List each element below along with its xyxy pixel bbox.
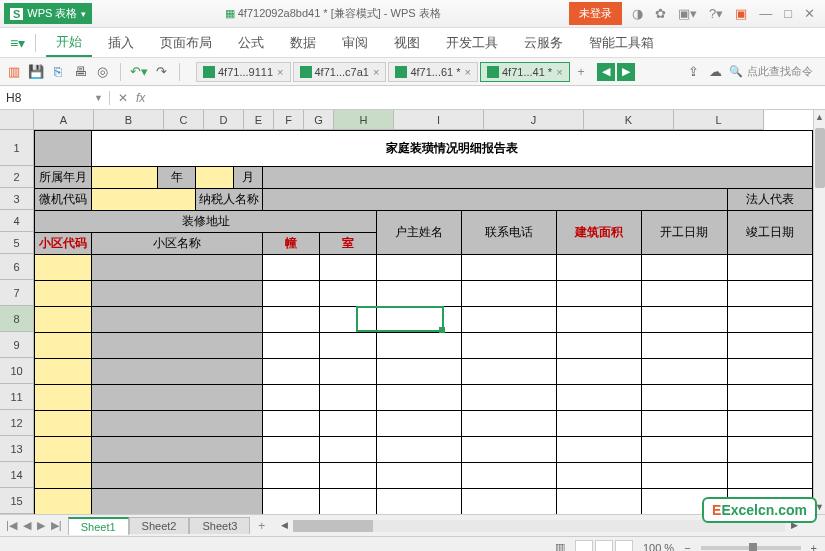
chevron-down-icon[interactable]: ▾ bbox=[81, 9, 86, 19]
tab-next-button[interactable]: ▶ bbox=[617, 63, 635, 81]
sheet-tab-2[interactable]: Sheet2 bbox=[129, 517, 190, 534]
row-header-15[interactable]: 15 bbox=[0, 488, 34, 514]
new-icon[interactable]: ▥ bbox=[6, 64, 22, 80]
tab-review[interactable]: 审阅 bbox=[332, 30, 378, 56]
cloud-icon[interactable]: ☁ bbox=[707, 64, 723, 80]
file-icon bbox=[203, 66, 215, 78]
tab-smart[interactable]: 智能工具箱 bbox=[579, 30, 664, 56]
file-tab-2[interactable]: 4f71...61 *× bbox=[388, 62, 478, 82]
vertical-scrollbar[interactable]: ▲ ▼ bbox=[813, 110, 825, 514]
zoom-slider[interactable] bbox=[701, 546, 801, 550]
close-icon[interactable]: × bbox=[373, 66, 379, 78]
row-header-5[interactable]: 5 bbox=[0, 232, 34, 254]
tab-insert[interactable]: 插入 bbox=[98, 30, 144, 56]
col-header-F[interactable]: F bbox=[274, 110, 304, 130]
select-all-corner[interactable] bbox=[0, 110, 34, 130]
sync-icon[interactable]: ◑ bbox=[632, 6, 643, 21]
menu-dropdown-icon[interactable]: ≡▾ bbox=[10, 35, 25, 51]
add-tab-button[interactable]: + bbox=[572, 65, 591, 79]
scroll-up-icon[interactable]: ▲ bbox=[814, 110, 825, 124]
undo-icon[interactable]: ↶▾ bbox=[131, 64, 147, 80]
col-header-E[interactable]: E bbox=[244, 110, 274, 130]
window-title: ▦ 4f712092a8bd41 * [兼容模式] - WPS 表格 bbox=[96, 6, 568, 21]
col-header-C[interactable]: C bbox=[164, 110, 204, 130]
row-header-7[interactable]: 7 bbox=[0, 280, 34, 306]
cells-area[interactable]: 家庭装璜情况明细报告表所属年月年月微机代码纳税人名称法人代表装修地址户主姓名联系… bbox=[34, 130, 813, 514]
add-sheet-button[interactable]: + bbox=[250, 517, 273, 535]
row-header-1[interactable]: 1 bbox=[0, 130, 34, 166]
last-sheet-button[interactable]: ▶| bbox=[49, 519, 64, 532]
row-header-14[interactable]: 14 bbox=[0, 462, 34, 488]
name-box[interactable]: H8▼ bbox=[0, 91, 110, 105]
first-sheet-button[interactable]: |◀ bbox=[4, 519, 19, 532]
share-icon[interactable]: ⇪ bbox=[685, 64, 701, 80]
tab-prev-button[interactable]: ◀ bbox=[597, 63, 615, 81]
tab-data[interactable]: 数据 bbox=[280, 30, 326, 56]
row-header-2[interactable]: 2 bbox=[0, 166, 34, 188]
prev-sheet-button[interactable]: ◀ bbox=[21, 519, 33, 532]
row-header-8[interactable]: 8 bbox=[0, 306, 34, 332]
col-header-I[interactable]: I bbox=[394, 110, 484, 130]
zoom-in-button[interactable]: + bbox=[811, 542, 817, 552]
view-page-button[interactable] bbox=[595, 540, 613, 552]
col-header-L[interactable]: L bbox=[674, 110, 764, 130]
close-icon[interactable]: × bbox=[277, 66, 283, 78]
scroll-left-icon[interactable]: ◀ bbox=[277, 520, 291, 532]
col-header-B[interactable]: B bbox=[94, 110, 164, 130]
tab-start[interactable]: 开始 bbox=[46, 29, 92, 57]
chevron-down-icon[interactable]: ▼ bbox=[94, 93, 103, 103]
preview-icon[interactable]: ◎ bbox=[94, 64, 110, 80]
col-header-H[interactable]: H bbox=[334, 110, 394, 130]
tab-dev[interactable]: 开发工具 bbox=[436, 30, 508, 56]
print-icon[interactable]: 🖶 bbox=[72, 64, 88, 80]
col-header-K[interactable]: K bbox=[584, 110, 674, 130]
view-break-button[interactable] bbox=[615, 540, 633, 552]
hscroll-thumb[interactable] bbox=[293, 520, 373, 532]
tab-layout[interactable]: 页面布局 bbox=[150, 30, 222, 56]
minimize-button[interactable]: — bbox=[759, 6, 772, 21]
open-icon[interactable]: ⎘ bbox=[50, 64, 66, 80]
fx-icon[interactable]: fx bbox=[136, 91, 145, 105]
layout-icon[interactable]: ▥ bbox=[555, 541, 565, 551]
app-logo: S bbox=[10, 8, 23, 20]
sheet-tab-3[interactable]: Sheet3 bbox=[189, 517, 250, 534]
row-header-4[interactable]: 4 bbox=[0, 210, 34, 232]
row-header-12[interactable]: 12 bbox=[0, 410, 34, 436]
close-button[interactable]: ✕ bbox=[804, 6, 815, 21]
maximize-button[interactable]: □ bbox=[784, 6, 792, 21]
row-header-11[interactable]: 11 bbox=[0, 384, 34, 410]
command-search[interactable]: 🔍 点此查找命令 bbox=[729, 64, 819, 79]
help-icon[interactable]: ?▾ bbox=[709, 6, 723, 21]
login-button[interactable]: 未登录 bbox=[569, 2, 622, 25]
col-header-J[interactable]: J bbox=[484, 110, 584, 130]
row-header-3[interactable]: 3 bbox=[0, 188, 34, 210]
cancel-icon[interactable]: ✕ bbox=[118, 91, 128, 105]
row-header-6[interactable]: 6 bbox=[0, 254, 34, 280]
row-header-9[interactable]: 9 bbox=[0, 332, 34, 358]
settings-icon[interactable]: ✿ bbox=[655, 6, 666, 21]
close-icon[interactable]: × bbox=[556, 66, 562, 78]
col-header-G[interactable]: G bbox=[304, 110, 334, 130]
file-tab-3[interactable]: 4f71...41 *× bbox=[480, 62, 570, 82]
zoom-out-button[interactable]: − bbox=[684, 542, 690, 552]
tab-cloud[interactable]: 云服务 bbox=[514, 30, 573, 56]
zoom-value[interactable]: 100 % bbox=[643, 542, 674, 552]
tab-formula[interactable]: 公式 bbox=[228, 30, 274, 56]
file-icon bbox=[395, 66, 407, 78]
sheet-tab-1[interactable]: Sheet1 bbox=[68, 517, 129, 535]
scroll-thumb[interactable] bbox=[815, 128, 825, 188]
tab-view[interactable]: 视图 bbox=[384, 30, 430, 56]
col-header-D[interactable]: D bbox=[204, 110, 244, 130]
file-tab-1[interactable]: 4f71...c7a1× bbox=[293, 62, 387, 82]
next-sheet-button[interactable]: ▶ bbox=[35, 519, 47, 532]
redo-icon[interactable]: ↷ bbox=[153, 64, 169, 80]
close-icon[interactable]: × bbox=[465, 66, 471, 78]
view-normal-button[interactable] bbox=[575, 540, 593, 552]
row-header-10[interactable]: 10 bbox=[0, 358, 34, 384]
feedback-icon[interactable]: ▣ bbox=[735, 6, 747, 21]
save-icon[interactable]: 💾 bbox=[28, 64, 44, 80]
file-tab-0[interactable]: 4f71...9111× bbox=[196, 62, 291, 82]
skin-icon[interactable]: ▣▾ bbox=[678, 6, 697, 21]
row-header-13[interactable]: 13 bbox=[0, 436, 34, 462]
col-header-A[interactable]: A bbox=[34, 110, 94, 130]
